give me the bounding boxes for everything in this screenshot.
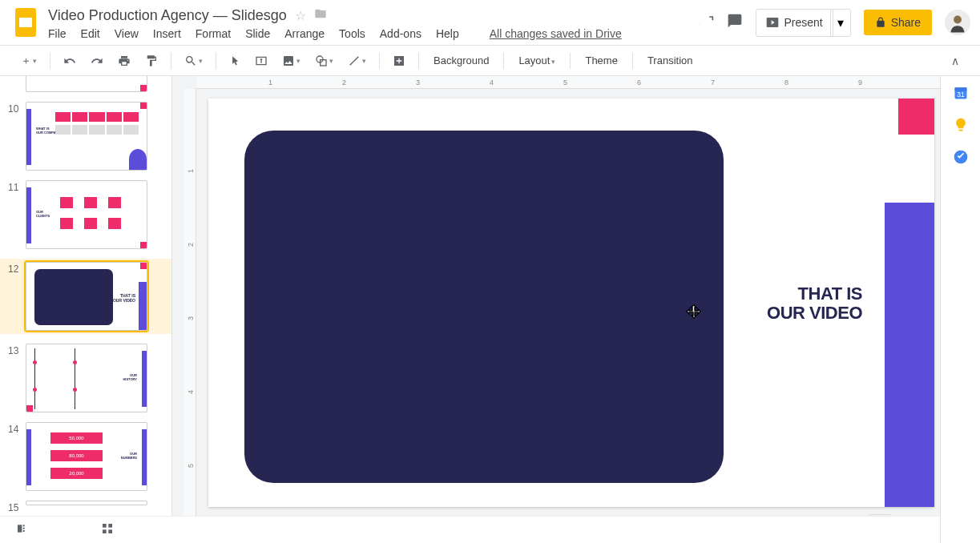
- menu-help[interactable]: Help: [436, 27, 459, 40]
- transition-button[interactable]: Transition: [641, 51, 700, 70]
- menu-view[interactable]: View: [115, 27, 139, 40]
- slide-canvas-area[interactable]: 123456789 12345 THAT IS OUR VIDEO ›: [172, 76, 940, 543]
- add-comment-button[interactable]: [388, 51, 410, 70]
- filmstrip-view-icon[interactable]: [16, 522, 29, 538]
- line-tool[interactable]: ▾: [343, 51, 371, 70]
- thumb-number: 14: [8, 422, 26, 435]
- menu-slide[interactable]: Slide: [245, 27, 270, 40]
- slide-title-text[interactable]: THAT IS OUR VIDEO: [767, 284, 862, 323]
- svg-rect-17: [108, 524, 112, 528]
- video-placeholder[interactable]: [244, 131, 724, 483]
- activity-icon[interactable]: [698, 13, 714, 33]
- svg-point-3: [954, 16, 962, 24]
- thumb-number: 13: [8, 344, 26, 356]
- redo-button[interactable]: [86, 51, 108, 70]
- menu-insert[interactable]: Insert: [153, 27, 181, 40]
- svg-rect-19: [108, 529, 112, 533]
- paint-format-button[interactable]: [140, 51, 163, 70]
- menu-addons[interactable]: Add-ons: [380, 27, 421, 40]
- thumb-number: 15: [8, 501, 26, 513]
- thumb-number: 10: [8, 102, 26, 115]
- thumb-slide-11[interactable]: OURCLIENTS: [26, 180, 147, 249]
- doc-title[interactable]: Video Production Agency — Slidesgo: [48, 7, 287, 24]
- horizontal-ruler: 123456789: [196, 76, 940, 89]
- textbox-tool[interactable]: [250, 51, 272, 70]
- svg-rect-12: [18, 525, 22, 532]
- account-avatar[interactable]: [945, 10, 970, 35]
- undo-button[interactable]: [58, 51, 81, 70]
- present-label: Present: [784, 16, 822, 29]
- present-dropdown[interactable]: ▾: [830, 9, 851, 37]
- thumb-slide-10[interactable]: WHAT ISOUR COMPANY: [26, 102, 147, 171]
- slides-logo[interactable]: [10, 6, 42, 38]
- svg-rect-5: [321, 59, 326, 65]
- menu-arrange[interactable]: Arrange: [284, 27, 325, 40]
- zoom-button[interactable]: ▾: [179, 51, 208, 70]
- grid-view-icon[interactable]: [101, 522, 114, 538]
- svg-rect-13: [23, 525, 25, 526]
- share-label: Share: [891, 16, 921, 29]
- image-tool[interactable]: ▾: [277, 51, 305, 70]
- vertical-ruler: 12345: [183, 89, 196, 543]
- slide-filmstrip[interactable]: 10 WHAT ISOUR COMPANY 11 OURCLIENTS 12: [0, 76, 172, 543]
- share-button[interactable]: Share: [864, 10, 932, 35]
- decor-purple-bar[interactable]: [885, 203, 934, 507]
- thumb-slide-12[interactable]: THAT ISOUR VIDEO: [26, 262, 147, 331]
- thumb-slide-13[interactable]: OURHISTORY: [26, 344, 147, 412]
- svg-rect-15: [23, 530, 25, 532]
- menu-file[interactable]: File: [48, 27, 67, 40]
- menu-format[interactable]: Format: [196, 27, 231, 40]
- select-tool[interactable]: [224, 52, 245, 70]
- layout-button[interactable]: Layout▾: [512, 51, 562, 70]
- svg-rect-18: [103, 529, 107, 533]
- side-panel: 31: [940, 76, 980, 543]
- svg-rect-1: [19, 18, 32, 27]
- move-folder-icon[interactable]: [314, 7, 327, 23]
- menu-tools[interactable]: Tools: [339, 27, 365, 40]
- svg-text:31: 31: [957, 90, 965, 99]
- calendar-icon[interactable]: 31: [952, 84, 970, 102]
- thumb-number: 12: [8, 262, 26, 275]
- hide-menus-button[interactable]: ∧: [946, 51, 964, 70]
- keep-icon[interactable]: [952, 116, 970, 134]
- thumb-slide-15[interactable]: [26, 501, 147, 505]
- svg-rect-14: [23, 527, 25, 529]
- present-button[interactable]: Present: [756, 9, 833, 37]
- thumb-number: 11: [8, 180, 26, 193]
- tasks-icon[interactable]: [952, 148, 970, 166]
- shape-tool[interactable]: ▾: [310, 51, 338, 70]
- svg-line-6: [350, 56, 359, 65]
- decor-pink-square[interactable]: [898, 99, 934, 135]
- svg-rect-16: [103, 524, 107, 528]
- slide-canvas[interactable]: THAT IS OUR VIDEO: [208, 99, 934, 507]
- print-button[interactable]: [113, 51, 135, 70]
- comments-icon[interactable]: [727, 13, 743, 33]
- menu-edit[interactable]: Edit: [81, 27, 100, 40]
- new-slide-button[interactable]: ＋▾: [16, 50, 42, 71]
- star-icon[interactable]: ☆: [295, 8, 306, 23]
- save-status[interactable]: All changes saved in Drive: [490, 27, 622, 40]
- thumb-slide-9[interactable]: [26, 76, 147, 92]
- background-button[interactable]: Background: [427, 51, 495, 70]
- thumb-slide-14[interactable]: 50,000 80,000 20,000 OURNUMBERS: [26, 422, 147, 491]
- theme-button[interactable]: Theme: [579, 51, 623, 70]
